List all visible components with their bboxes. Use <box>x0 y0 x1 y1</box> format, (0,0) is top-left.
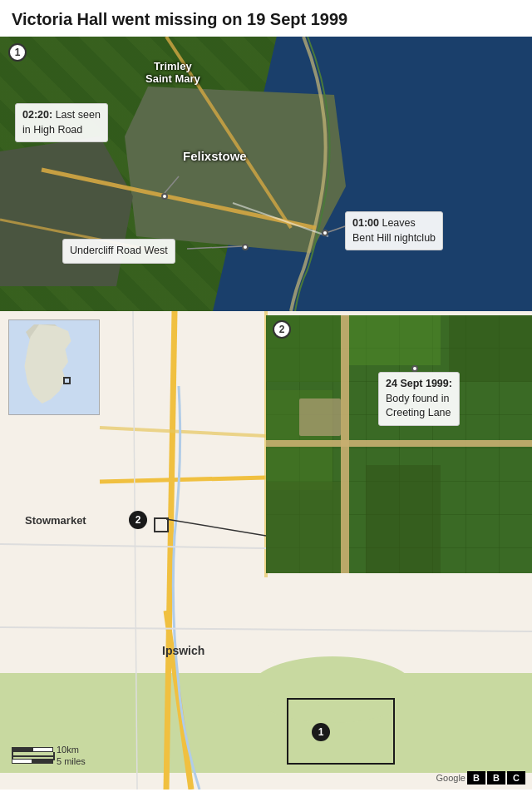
scale-miles-white1 <box>12 759 32 764</box>
map1-urban <box>125 87 357 253</box>
google-label: Google <box>436 773 466 783</box>
aerial-callout-date: 24 Sept 1999: <box>386 378 452 389</box>
bbc-box-b2: B <box>487 771 505 785</box>
aerial-village <box>299 398 341 436</box>
scale-row-km: 10km <box>12 745 86 755</box>
inset-uk-land <box>22 324 80 408</box>
map1-dot-02:20 <box>161 193 168 200</box>
inset-location-marker <box>63 377 71 384</box>
aerial-field-5 <box>266 482 349 573</box>
map2-stowmarket-marker <box>154 517 169 532</box>
bbc-box-b1: B <box>467 771 485 785</box>
map1-dot-01:00 <box>322 230 328 236</box>
scale-tick-km <box>12 747 53 752</box>
scale-km-label: 10km <box>57 745 79 755</box>
aerial-dot-body-found <box>411 365 418 372</box>
map1-callout-01:00: 01:00 LeavesBent Hill nightclub <box>345 211 443 250</box>
callout1-time: 02:20: <box>22 109 52 121</box>
scale-bar: 10km 5 miles <box>12 745 86 766</box>
aerial-callout-text: Body found inCreeting Lane <box>386 393 451 419</box>
map1-callout-undercliff: Undercliff Road West <box>62 239 175 264</box>
aerial-field-2 <box>349 315 441 365</box>
map2-felixstowe-box <box>287 698 395 765</box>
page-wrapper: Victoria Hall went missing on 19 Sept 19… <box>0 0 532 792</box>
inset-uk-map <box>8 319 100 415</box>
aerial-field-3 <box>449 315 532 382</box>
map1-container: 1 TrimleySaint Mary Felixstowe 02:20: La… <box>0 37 532 311</box>
aerial-badge-2: 2 <box>273 320 291 339</box>
aerial-road-h <box>266 440 532 447</box>
aerial-callout-24sept: 24 Sept 1999: Body found inCreeting Lane <box>378 372 460 426</box>
callout2-time: 01:00 <box>352 217 379 229</box>
map2-container: 24 Sept 1999: Body found inCreeting Lane… <box>0 311 532 790</box>
scale-half-white <box>32 747 53 752</box>
scale-miles-label: 5 miles <box>57 756 86 766</box>
bbc-logo: B B C <box>467 771 525 785</box>
map1-callout-02:20: 02:20: Last seenin High Road <box>15 103 108 142</box>
map1-dot-undercliff <box>242 244 249 250</box>
page-title: Victoria Hall went missing on 19 Sept 19… <box>0 0 532 37</box>
scale-row-miles: 5 miles <box>12 756 86 766</box>
scale-line-km: 10km 5 miles <box>12 745 86 766</box>
scale-half-black <box>12 747 32 752</box>
aerial-inset-creeting: 24 Sept 1999: Body found inCreeting Lane… <box>266 315 532 573</box>
bbc-box-c: C <box>507 771 525 785</box>
scale-tick-miles <box>12 759 53 764</box>
map2-badge-2-black: 2 <box>129 511 147 529</box>
aerial-field-6 <box>366 465 441 573</box>
callout-undercliff-text: Undercliff Road West <box>70 245 168 256</box>
map1-badge-1: 1 <box>8 43 27 62</box>
scale-miles-black <box>32 759 53 764</box>
